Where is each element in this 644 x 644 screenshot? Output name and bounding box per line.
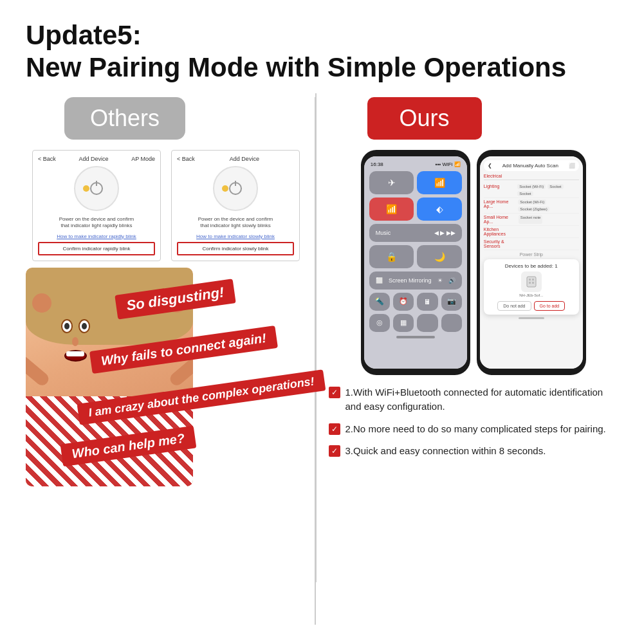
screen2-header: < Back Add Device — [177, 156, 294, 162]
indicator-dot-1 — [83, 185, 89, 192]
cc-tile-moon[interactable]: 🌙 — [417, 245, 462, 268]
phone-left: 16:38 ▪▪▪ WiFi 📶 ✈ — [361, 150, 470, 375]
phone-right: ❮ Add Manually Auto Scan ⬜ Electrical — [477, 150, 586, 375]
right-panel: Ours 16:38 ▪▪▪ WiFi 📶 — [316, 97, 618, 625]
bluetooth-icon: ⬖ — [436, 204, 443, 214]
btn-do-not-add[interactable]: Do not add — [497, 301, 531, 311]
cc-qr[interactable]: ▦ — [393, 314, 414, 332]
check-box-3: ✓ — [329, 445, 340, 457]
phone-left-screen: 16:38 ▪▪▪ WiFi 📶 ✈ — [364, 156, 467, 369]
calc-icon: 🖩 — [424, 298, 431, 306]
title-line1: Update5: — [26, 19, 618, 51]
cc-extra2[interactable] — [441, 314, 462, 332]
feature-3: ✓ 3.Quick and easy connection within 8 s… — [329, 444, 618, 459]
check-mark-1: ✓ — [331, 389, 338, 396]
cc-status-bar: 16:38 ▪▪▪ WiFi 📶 — [369, 161, 462, 167]
screen2-link[interactable]: How to make indicator slowly blink — [177, 234, 294, 239]
lock-icon: 🔒 — [386, 252, 397, 262]
cc-music-row: Music ◀ ▶ ▶▶ — [369, 224, 462, 242]
popup-title: Devices to be added: 1 — [488, 263, 575, 269]
btn-go-to-add[interactable]: Go to add — [534, 301, 566, 311]
cc-row-icons2: ◎ ▦ — [369, 314, 462, 332]
timer-icon: ⏰ — [399, 297, 408, 306]
feature-text-1: 1.With WiFi+Bluetooth connected for auto… — [345, 385, 618, 414]
check-mark-2: ✓ — [331, 425, 338, 433]
cc-grid-top: ✈ 📶 📶 — [369, 171, 462, 221]
cc-flashlight[interactable]: 🔦 — [369, 293, 390, 311]
camera-icon: 📷 — [447, 297, 456, 306]
cc-row-small: 🔒 🌙 — [369, 245, 462, 268]
cc-timer[interactable]: ⏰ — [393, 293, 414, 311]
power-icon-2 — [229, 182, 242, 195]
device-circle-1 — [74, 166, 119, 211]
frustrated-area: So disgusting! Why fails to connect agai… — [26, 268, 308, 493]
svg-rect-1 — [529, 279, 531, 281]
feature-1: ✓ 1.With WiFi+Bluetooth connected for au… — [329, 385, 618, 414]
screen1-header: < Back Add Device AP Mode — [38, 156, 155, 162]
music-label: Music — [376, 230, 391, 236]
cc-tile-bluetooth[interactable]: ⬖ — [417, 198, 462, 221]
mirror-icon: ⬜ — [376, 277, 383, 284]
device-screen-1: < Back Add Device AP Mode Power on the d… — [32, 150, 161, 261]
wifi2-icon: 📶 — [386, 204, 397, 214]
scan-icon: ◎ — [376, 318, 383, 327]
check-box-1: ✓ — [329, 387, 340, 398]
add-device-settings[interactable]: ⬜ — [569, 163, 575, 169]
svg-rect-4 — [532, 282, 534, 284]
screen1-link[interactable]: How to make indicator rapidly blink — [38, 234, 155, 239]
cc-tile-lock[interactable]: 🔒 — [369, 245, 414, 268]
cc-tile-airplane[interactable]: ✈ — [369, 171, 414, 194]
main-title: Update5: New Pairing Mode with Simple Op… — [26, 19, 618, 84]
cat-small-home: Small Home Ap... Socket note — [484, 214, 579, 226]
features-list: ✓ 1.With WiFi+Bluetooth connected for au… — [329, 385, 618, 459]
device-svg-icon — [525, 275, 538, 288]
cc-scan[interactable]: ◎ — [369, 314, 390, 332]
screen1-btn[interactable]: Confirm indicator rapidly blink — [38, 242, 155, 255]
add-device-title: Add Manually Auto Scan — [502, 163, 558, 169]
device-screen-2: < Back Add Device Power on the device an… — [171, 150, 300, 261]
tab-electrical[interactable]: Electrical — [484, 174, 502, 178]
cc-row-icons1: 🔦 ⏰ 🖩 📷 — [369, 293, 462, 311]
cat-large-home: Large Home Ap... Socket (Wi-Fi) Socket (… — [484, 198, 579, 214]
left-panel: Others < Back Add Device AP Mode — [26, 97, 316, 625]
home-indicator — [396, 336, 435, 338]
device-screenshots: < Back Add Device AP Mode Power on the d… — [32, 150, 308, 261]
control-center: 16:38 ▪▪▪ WiFi 📶 ✈ — [364, 156, 467, 369]
cc-calculator[interactable]: 🖩 — [417, 293, 437, 311]
content-area: Others < Back Add Device AP Mode — [26, 97, 618, 625]
svg-rect-3 — [529, 282, 531, 284]
cc-tile-wifi[interactable]: 📶 — [417, 171, 462, 194]
mirror-label: Screen Mirroring — [389, 277, 432, 284]
check-mark-3: ✓ — [331, 447, 338, 455]
others-badge: Others — [64, 97, 185, 140]
add-device-tabs: Electrical — [484, 174, 579, 180]
add-device-screen: ❮ Add Manually Auto Scan ⬜ Electrical — [480, 156, 583, 369]
cc-camera[interactable]: 📷 — [441, 293, 462, 311]
feature-2: ✓ 2.No more need to do so many complicat… — [329, 422, 618, 437]
qr-icon: ▦ — [400, 318, 407, 327]
cc-time: 16:38 — [371, 161, 383, 167]
add-popup: Devices to be added: 1 — [484, 259, 579, 315]
device-circle-2 — [213, 166, 258, 211]
feature-text-3: 3.Quick and easy connection within 8 sec… — [345, 444, 546, 459]
add-device-back[interactable]: ❮ — [488, 163, 492, 169]
phone-mockups: 16:38 ▪▪▪ WiFi 📶 ✈ — [329, 150, 618, 375]
brightness-icon: ☀ — [437, 277, 443, 284]
cc-mirror-row[interactable]: ⬜ Screen Mirroring ☀ 🔊 — [369, 271, 462, 290]
screen2-btn[interactable]: Confirm indicator slowly blink — [177, 242, 294, 255]
screen1-apmode: AP Mode — [131, 156, 155, 162]
phone-right-home-indicator — [519, 317, 544, 319]
cc-tile-wifi2[interactable]: 📶 — [369, 198, 414, 221]
popup-device-name: NH-JEb-Sof... — [488, 293, 575, 297]
music-controls: ◀ ▶ ▶▶ — [434, 230, 455, 236]
cat-kitchen: Kitchen Appliances — [484, 226, 579, 238]
flashlight-icon: 🔦 — [375, 297, 384, 306]
cc-extra1[interactable] — [417, 314, 437, 332]
screen2-title: Add Device — [230, 156, 259, 162]
moon-icon: 🌙 — [434, 252, 445, 262]
check-box-2: ✓ — [329, 423, 340, 435]
cat-security: Security & Sensors — [484, 238, 579, 250]
device-categories: Lighting Socket (Wi-Fi) Socket Socket La… — [484, 183, 579, 257]
indicator-dot-2 — [222, 185, 228, 192]
screen1-text: Power on the device and confirm that ind… — [38, 216, 155, 230]
